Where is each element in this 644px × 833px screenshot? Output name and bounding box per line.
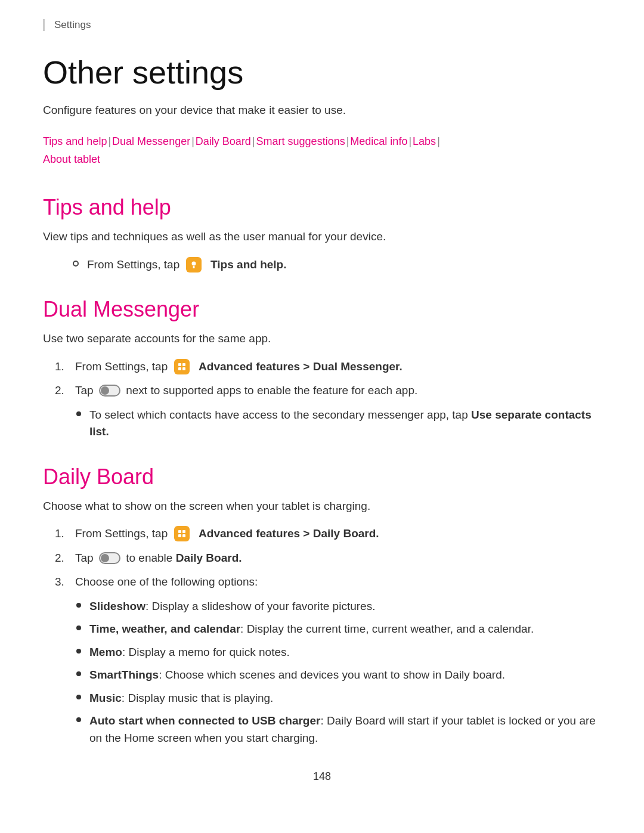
toc-link-daily[interactable]: Daily Board <box>196 135 251 147</box>
tips-bullet-list: From Settings, tap Tips and help. <box>55 256 601 274</box>
section-tips-and-help: Tips and help View tips and techniques a… <box>43 195 601 273</box>
daily-step-1: 1. From Settings, tap Advanced features … <box>55 525 601 543</box>
toggle-dot-1 <box>101 386 109 395</box>
daily-option-slideshow-text: Slideshow: Display a slideshow of your f… <box>89 598 375 615</box>
svg-rect-7 <box>182 530 185 533</box>
daily-option-smartthings-text: SmartThings: Choose which scenes and dev… <box>89 667 505 684</box>
toc-link-about[interactable]: About tablet <box>43 153 100 165</box>
daily-option-slideshow: Slideshow: Display a slideshow of your f… <box>76 598 601 615</box>
toggle-switch-1 <box>99 385 120 397</box>
dual-steps-list: 1. From Settings, tap Advanced features … <box>55 358 601 441</box>
daily-step-1-bold: Advanced features > Daily Board. <box>199 527 379 540</box>
dual-step-2-text: Tap next to supported apps to enable the… <box>75 382 417 400</box>
sub-dot-smartthings <box>76 671 81 676</box>
svg-rect-1 <box>193 266 194 268</box>
page-subtitle: Configure features on your device that m… <box>43 102 601 119</box>
slideshow-bold: Slideshow <box>89 600 145 612</box>
advanced-features-icon-2 <box>174 526 190 541</box>
svg-rect-8 <box>178 534 181 537</box>
tips-step-text: From Settings, tap Tips and help. <box>87 256 286 274</box>
dual-step-2-num: 2. <box>55 382 75 400</box>
section-title-tips: Tips and help <box>43 195 601 220</box>
svg-rect-2 <box>178 363 181 366</box>
daily-steps-list: 1. From Settings, tap Advanced features … <box>55 525 601 747</box>
dual-step-1-text: From Settings, tap Advanced features > D… <box>75 358 402 376</box>
breadcrumb: Settings <box>43 19 601 31</box>
daily-step-1-num: 1. <box>55 525 75 543</box>
tips-app-icon <box>186 257 202 272</box>
sub-dot-slideshow <box>76 603 81 608</box>
svg-rect-4 <box>178 367 181 370</box>
section-title-dual: Dual Messenger <box>43 297 601 322</box>
svg-rect-9 <box>182 534 185 537</box>
smartthings-bold: SmartThings <box>89 668 159 681</box>
dual-step-2: 2. Tap next to supported apps to enable … <box>55 382 601 400</box>
auto-start-bold: Auto start when connected to USB charger <box>89 714 320 727</box>
time-bold: Time, weather, and calendar <box>89 623 240 635</box>
daily-step-3-text: Choose one of the following options: <box>75 574 258 591</box>
daily-step-3-num: 3. <box>55 574 75 591</box>
page-title: Other settings <box>43 55 601 90</box>
dual-step-1-bold: Advanced features > Dual Messenger. <box>199 360 402 373</box>
section-daily-board: Daily Board Choose what to show on the s… <box>43 465 601 747</box>
svg-rect-3 <box>182 363 185 366</box>
daily-step-3: 3. Choose one of the following options: <box>55 574 601 591</box>
toc-links: Tips and help|Dual Messenger|Daily Board… <box>43 132 601 169</box>
section-desc-tips: View tips and techniques as well as the … <box>43 228 601 246</box>
daily-option-smartthings: SmartThings: Choose which scenes and dev… <box>76 667 601 684</box>
daily-step-2: 2. Tap to enable Daily Board. <box>55 550 601 567</box>
daily-option-time-text: Time, weather, and calendar: Display the… <box>89 621 534 638</box>
breadcrumb-label: Settings <box>54 19 91 30</box>
dual-sub-bullet-text: To select which contacts have access to … <box>89 407 601 441</box>
sub-dot-auto-start <box>76 717 81 722</box>
toc-link-dual[interactable]: Dual Messenger <box>112 135 190 147</box>
bullet-circle-icon <box>73 261 79 267</box>
sub-dot-time <box>76 625 81 630</box>
toc-link-tips[interactable]: Tips and help <box>43 135 107 147</box>
daily-option-auto-start: Auto start when connected to USB charger… <box>76 713 601 747</box>
daily-options-list: Slideshow: Display a slideshow of your f… <box>76 598 601 747</box>
memo-bold: Memo <box>89 646 122 658</box>
daily-step-1-text: From Settings, tap Advanced features > D… <box>75 525 379 543</box>
page-number: 148 <box>43 770 601 783</box>
dual-step-1: 1. From Settings, tap Advanced features … <box>55 358 601 376</box>
section-title-daily: Daily Board <box>43 465 601 490</box>
daily-option-music-text: Music: Display music that is playing. <box>89 690 273 707</box>
dual-step-1-num: 1. <box>55 358 75 376</box>
section-desc-dual: Use two separate accounts for the same a… <box>43 330 601 348</box>
toggle-dot-2 <box>101 554 109 562</box>
section-dual-messenger: Dual Messenger Use two separate accounts… <box>43 297 601 441</box>
tips-bullet-item: From Settings, tap Tips and help. <box>73 256 601 274</box>
sub-dot-music <box>76 695 81 699</box>
daily-step-2-text: Tap to enable Daily Board. <box>75 550 242 567</box>
advanced-features-icon-1 <box>174 359 190 374</box>
dual-sub-bullet-1: To select which contacts have access to … <box>76 407 601 441</box>
svg-point-0 <box>191 261 196 265</box>
tips-bold-label: Tips and help. <box>210 258 286 271</box>
svg-rect-6 <box>178 530 181 533</box>
sub-bullet-dot-1 <box>76 411 81 416</box>
svg-rect-5 <box>182 367 185 370</box>
music-bold: Music <box>89 692 122 704</box>
sub-dot-memo <box>76 649 81 654</box>
toc-link-medical[interactable]: Medical info <box>350 135 407 147</box>
toc-link-smart[interactable]: Smart suggestions <box>256 135 345 147</box>
dual-sub-bullets: To select which contacts have access to … <box>76 407 601 441</box>
toggle-switch-2 <box>99 552 120 564</box>
daily-step-2-num: 2. <box>55 550 75 567</box>
toc-link-labs[interactable]: Labs <box>413 135 436 147</box>
daily-option-memo: Memo: Display a memo for quick notes. <box>76 644 601 661</box>
page-container: Settings Other settings Configure featur… <box>0 0 644 833</box>
daily-option-memo-text: Memo: Display a memo for quick notes. <box>89 644 290 661</box>
daily-option-auto-start-text: Auto start when connected to USB charger… <box>89 713 601 747</box>
daily-option-time: Time, weather, and calendar: Display the… <box>76 621 601 638</box>
dual-sub-bullet-bold: Use separate contacts list. <box>89 408 592 438</box>
daily-option-music: Music: Display music that is playing. <box>76 690 601 707</box>
daily-step-2-bold: Daily Board. <box>176 552 242 564</box>
section-desc-daily: Choose what to show on the screen when y… <box>43 498 601 515</box>
